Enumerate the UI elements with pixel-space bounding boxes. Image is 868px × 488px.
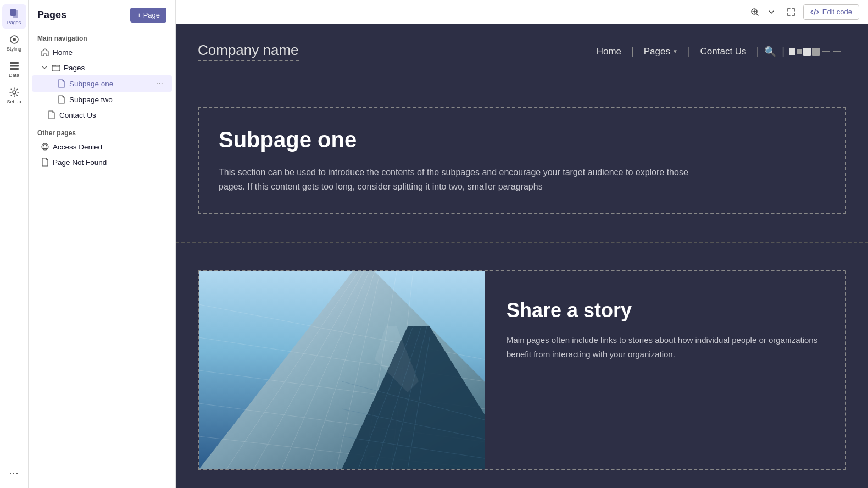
nav-item-access-denied-label: Access Denied xyxy=(53,143,102,151)
page-icon xyxy=(57,95,66,104)
story-title: Share a story xyxy=(507,299,823,322)
nav-item-home[interactable]: Home xyxy=(32,45,172,60)
zoom-dropdown-button[interactable] xyxy=(764,4,779,20)
section2-inner: Share a story Main pages often include l… xyxy=(198,270,846,470)
other-pages-label: Other pages xyxy=(29,123,175,139)
swatch-2 xyxy=(797,49,802,54)
swatch-sep-2 xyxy=(833,51,841,52)
edit-code-button[interactable]: Edit code xyxy=(803,4,859,20)
home-icon xyxy=(41,48,49,57)
edit-code-label: Edit code xyxy=(822,8,852,16)
svg-rect-1 xyxy=(13,10,18,18)
swatch-sep xyxy=(822,51,830,52)
sidebar-item-setup[interactable]: Set up xyxy=(2,84,26,108)
nav-link-pages[interactable]: Pages xyxy=(634,46,688,57)
swatch-3 xyxy=(803,48,811,56)
nav-link-contact-us[interactable]: Contact Us xyxy=(691,46,756,57)
chevron-down-icon xyxy=(41,64,48,71)
code-icon xyxy=(810,8,819,16)
svg-rect-4 xyxy=(10,62,19,64)
preview-logo: Company name xyxy=(198,42,299,61)
sidebar: Pages + Page Main navigation Home Pages … xyxy=(29,0,176,488)
page-icon xyxy=(47,110,56,119)
preview-section2: Share a story Main pages often include l… xyxy=(176,243,868,470)
nav-item-page-not-found-label: Page Not Found xyxy=(53,158,107,167)
search-icon[interactable]: 🔍 xyxy=(759,46,782,58)
nav-item-pages-label: Pages xyxy=(64,64,85,72)
lock-icon xyxy=(41,142,49,151)
nav-item-subpage-two-label: Subpage two xyxy=(69,96,113,104)
zoom-in-button[interactable] xyxy=(747,4,763,20)
swatch-1 xyxy=(789,48,795,55)
swatch-4 xyxy=(812,48,820,56)
fullscreen-button[interactable] xyxy=(783,4,799,20)
sidebar-title: Pages xyxy=(37,9,66,21)
nav-item-contact-us-label: Contact Us xyxy=(59,111,96,119)
nav-item-subpage-one[interactable]: Subpage one ··· xyxy=(32,75,172,92)
zoom-controls xyxy=(747,4,779,20)
more-dots-icon[interactable]: ··· xyxy=(156,79,163,88)
page-icon xyxy=(57,79,66,88)
sidebar-item-styling[interactable]: Styling xyxy=(2,31,26,55)
nav-link-home[interactable]: Home xyxy=(587,46,631,57)
preview-section1: Subpage one This section can be used to … xyxy=(176,79,868,243)
page-icon xyxy=(41,158,49,167)
main-content: Edit code Company name Home | Pages | Co… xyxy=(176,0,868,488)
nav-item-subpage-one-label: Subpage one xyxy=(69,80,113,88)
icon-rail: Pages Styling Data Set up ··· xyxy=(0,0,29,488)
svg-rect-10 xyxy=(43,146,47,149)
sidebar-item-pages[interactable]: Pages xyxy=(2,4,26,29)
section1-box: Subpage one This section can be used to … xyxy=(198,107,846,214)
folder-icon xyxy=(52,63,60,72)
preview-nav-links: Home | Pages | Contact Us | 🔍 | xyxy=(587,46,846,58)
section1-text: This section can be used to introduce th… xyxy=(219,165,713,193)
chevron-down-icon xyxy=(768,9,775,15)
svg-rect-6 xyxy=(10,68,19,70)
sidebar-item-data[interactable]: Data xyxy=(2,57,26,81)
svg-rect-5 xyxy=(10,65,19,67)
sidebar-header: Pages + Page xyxy=(29,0,175,28)
building-svg xyxy=(199,271,485,469)
expand-icon xyxy=(787,8,795,16)
nav-item-pages-folder[interactable]: Pages xyxy=(32,60,172,75)
preview-area: Company name Home | Pages | Contact Us |… xyxy=(176,24,868,488)
magnify-icon xyxy=(750,8,759,16)
svg-point-9 xyxy=(42,143,48,150)
story-text: Main pages often include links to storie… xyxy=(507,333,823,361)
toolbar: Edit code xyxy=(176,0,868,24)
website-preview: Company name Home | Pages | Contact Us |… xyxy=(176,24,868,488)
building-image xyxy=(199,271,485,469)
nav-item-contact-us[interactable]: Contact Us xyxy=(32,107,172,123)
section1-title: Subpage one xyxy=(219,127,825,152)
nav-item-access-denied[interactable]: Access Denied xyxy=(32,139,172,154)
add-page-button[interactable]: + Page xyxy=(130,8,166,23)
preview-navbar: Company name Home | Pages | Contact Us |… xyxy=(176,24,868,79)
svg-line-12 xyxy=(756,14,758,15)
svg-point-7 xyxy=(13,91,16,94)
nav-item-page-not-found[interactable]: Page Not Found xyxy=(32,154,172,170)
nav-item-subpage-two[interactable]: Subpage two xyxy=(32,92,172,107)
theme-swatches xyxy=(784,48,846,56)
svg-point-3 xyxy=(13,38,16,41)
main-navigation-label: Main navigation xyxy=(29,28,175,45)
nav-item-home-label: Home xyxy=(53,48,73,57)
more-options-icon[interactable]: ··· xyxy=(2,465,26,481)
story-content: Share a story Main pages often include l… xyxy=(485,271,845,469)
